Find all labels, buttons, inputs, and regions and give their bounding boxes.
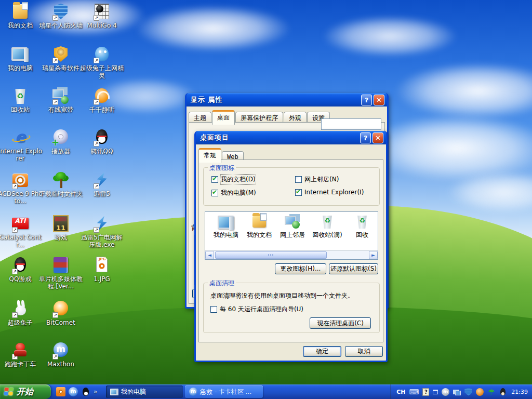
- document-icon: [260, 213, 267, 221]
- language-indicator[interactable]: CH: [396, 389, 405, 395]
- desktop-icon-super-rabbit[interactable]: ↗ 超级兔子: [0, 300, 43, 326]
- desktop-icon-label: 超级兔子上网精灵: [79, 64, 124, 79]
- desktop-icon-broadband[interactable]: ↗ 有线宽带: [38, 87, 83, 113]
- desktop-icon-label: 1.JPG: [79, 275, 124, 283]
- checkbox-box: ✔: [211, 190, 218, 196]
- desktop-icon-label: BitComet: [38, 319, 83, 326]
- checkbox-network-places[interactable]: 网上邻居(N): [295, 175, 339, 184]
- language-bar-restore-icon[interactable]: [433, 390, 438, 394]
- taskbar-task-my-computer[interactable]: 我的电脑: [106, 385, 183, 398]
- desktop-icon-label: 我的电脑: [0, 64, 43, 72]
- cancel-button[interactable]: 取消: [345, 346, 383, 357]
- start-button[interactable]: 开始: [0, 384, 51, 399]
- network-globe-icon: [284, 214, 301, 230]
- computer-icon: [11, 46, 30, 63]
- close-button[interactable]: ✕: [373, 132, 383, 143]
- desktop-icon-thunder5[interactable]: ↗ 迅雷5: [79, 171, 124, 197]
- desktop-icon-rising-antivirus[interactable]: ↗ 瑞星杀毒软件: [38, 46, 83, 72]
- preview-item-network-places[interactable]: 网上邻居: [276, 214, 309, 240]
- checkbox-run-cleanup-wizard[interactable]: 每 60 天运行桌面清理向导(U): [210, 305, 303, 314]
- desktop-icon-rising-firewall[interactable]: ↗ 瑞星个人防火墙: [38, 3, 83, 29]
- windows-flag-icon: [4, 388, 14, 396]
- tab-general[interactable]: 常规: [198, 148, 221, 163]
- tray-network-icon[interactable]: [453, 388, 461, 396]
- preview-item-recycle-full[interactable]: ♻ 回收站(满): [309, 214, 345, 240]
- desktop-icon-games[interactable]: 11 游戏: [38, 215, 83, 241]
- maxthon-m-icon: m: [442, 388, 449, 396]
- language-help-icon[interactable]: ?: [422, 388, 429, 396]
- desktop-icon-ttplayer[interactable]: ↗ 千千静听: [79, 87, 124, 113]
- preview-label: 回收站(满): [309, 231, 345, 240]
- shortcut-arrow-icon: ↗: [94, 15, 99, 21]
- desktop-icon-ati-catalyst[interactable]: ATI↗ Catalyst Contr...: [0, 215, 43, 248]
- shortcut-arrow-icon: ↗: [52, 15, 58, 21]
- quicklaunch-overflow-chevron[interactable]: »: [94, 388, 97, 395]
- tray-qq-pet-icon[interactable]: [499, 388, 507, 396]
- tray-antivirus-umbrella-icon[interactable]: ☂: [487, 388, 495, 396]
- desktop-icon-label: 游戏: [38, 234, 83, 241]
- winrar-books-icon: [54, 257, 68, 273]
- cloud: [322, 16, 457, 57]
- tray-volume-icon[interactable]: [476, 388, 484, 396]
- desktop-icon-my-documents[interactable]: 我的文档: [0, 3, 43, 29]
- desktop-icon-acdsee[interactable]: ↗ ACDSee 9 Photo...: [0, 171, 43, 205]
- desktop-icon-1jpg[interactable]: JPG 1.JPG: [79, 257, 124, 283]
- game-11-icon: 11: [51, 224, 70, 232]
- checkbox-box: ✔: [295, 189, 302, 196]
- desktop-icon-thunder5-exe[interactable]: ↗ 迅雷5广电网解压版.exe: [79, 215, 124, 248]
- scroll-right-button[interactable]: ►: [369, 251, 378, 259]
- ok-button[interactable]: 确定: [303, 346, 341, 357]
- preview-item-my-documents[interactable]: 我的文档: [243, 214, 276, 240]
- desktop-icon-internet-explorer[interactable]: e Internet Explorer: [0, 129, 43, 162]
- desktop-icon-tencent-qq[interactable]: ↗ 腾讯QQ: [79, 129, 124, 155]
- quicklaunch-qq-icon[interactable]: [81, 387, 90, 396]
- preview-item-recycle-empty[interactable]: ♻ 回收: [345, 214, 378, 240]
- desktop-icon-my-computer[interactable]: 我的电脑: [0, 46, 43, 72]
- help-button[interactable]: ?: [360, 132, 371, 143]
- desktop-icon-download-temp-folder[interactable]: 下载临时文件夹: [38, 171, 83, 197]
- desktop-icon-label: MultiGo 4: [79, 22, 124, 29]
- scroll-left-button[interactable]: ◄: [205, 251, 214, 259]
- desktop-icon-label: 腾讯QQ: [79, 148, 124, 155]
- icon-preview-list[interactable]: 我的电脑 我的文档 网上邻居 ♻ 回收站(满): [205, 211, 378, 260]
- desktop-items-dialog: 桌面项目 ? ✕ 常规 Web 桌面图标 ✔ 我的文档(D): [194, 131, 388, 362]
- desktop-icon-label: 瑞星杀毒软件: [38, 64, 83, 72]
- quicklaunch-maxthon-icon[interactable]: m: [69, 387, 78, 396]
- tray-firewall-icon[interactable]: [464, 388, 472, 396]
- desktop-icon-multigo[interactable]: ↗ MultiGo 4: [79, 3, 124, 29]
- keyboard-icon[interactable]: ⌨: [409, 388, 419, 396]
- checkbox-label: 我的电脑(M): [221, 189, 256, 197]
- desktop-icon-label: 下载临时文件夹: [38, 190, 83, 197]
- desktop-icon-recycle-bin[interactable]: ♻ 回收站: [0, 87, 43, 113]
- desktop-icons-group-label: 桌面图标: [208, 164, 236, 172]
- checkbox-my-computer[interactable]: ✔ 我的电脑(M): [211, 189, 256, 197]
- quicklaunch-acdsee-icon[interactable]: [56, 387, 65, 396]
- desktop-icon-maxthon[interactable]: m↗ Maxthon: [38, 342, 83, 368]
- change-icon-button[interactable]: 更改图标(H)...: [275, 263, 326, 274]
- shortcut-arrow-icon: ↗: [12, 312, 18, 318]
- desktop-icon-rar-tutorial[interactable]: 单片机多媒体教程.[Ver...: [38, 257, 83, 290]
- rabbit-icon: ↗: [11, 300, 30, 318]
- clean-desktop-now-button[interactable]: 现在清理桌面(C): [310, 317, 371, 329]
- desktop-icon-qq-games[interactable]: ↗ QQ游戏: [0, 257, 43, 283]
- tab-desktop[interactable]: 桌面: [212, 110, 235, 125]
- checkbox-label: 每 60 天运行桌面清理向导(U): [220, 305, 303, 314]
- taskbar-clock[interactable]: 21:39: [511, 389, 528, 395]
- desktop-icon-media-player[interactable]: + 播放器: [38, 129, 83, 155]
- checkbox-my-documents[interactable]: ✔ 我的文档(D): [211, 175, 256, 184]
- help-button[interactable]: ?: [361, 95, 372, 105]
- restore-default-icon-button[interactable]: 还原默认图标(S): [329, 263, 378, 274]
- taskbar-task-maxthon[interactable]: m 急救 - 卡卡社区 ...: [185, 385, 263, 398]
- desktop-icon-super-rabbit-magic[interactable]: ↗ 超级兔子上网精灵: [79, 46, 124, 79]
- preview-label: 我的电脑: [209, 231, 243, 240]
- cloud: [135, 5, 291, 52]
- tray-maxthon-icon[interactable]: m: [442, 388, 449, 396]
- preview-item-my-computer[interactable]: 我的电脑: [209, 214, 243, 240]
- close-button[interactable]: ✕: [374, 95, 384, 105]
- scroll-thumb[interactable]: [215, 251, 327, 259]
- desktop-icon-bitcomet[interactable]: ↗ BitComet: [38, 300, 83, 326]
- desktop-icon-popkart[interactable]: ↗ 跑跑卡丁车: [0, 342, 43, 368]
- checkbox-internet-explorer[interactable]: ✔ Internet Explorer(I): [295, 189, 364, 196]
- desktop-icon-label: 超级兔子: [0, 319, 43, 326]
- scroll-track[interactable]: [214, 251, 369, 259]
